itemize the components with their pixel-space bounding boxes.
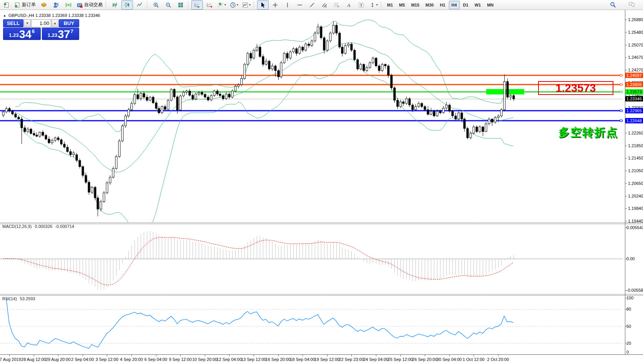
- new-order-button[interactable]: 新订单: [13, 0, 37, 10]
- toolbar-grip: [106, 2, 108, 8]
- timeframe-d1[interactable]: D1: [460, 1, 471, 9]
- sell-price-display[interactable]: 1.23 34 6: [3, 28, 41, 40]
- volume-increase-button[interactable]: ▲: [52, 19, 58, 27]
- candlestick-icon: [124, 2, 130, 8]
- toolbar-right-group: [606, 0, 643, 10]
- periods-button[interactable]: ▾: [228, 0, 240, 10]
- periods-clock-icon: [230, 2, 236, 8]
- svg-text:A: A: [347, 2, 351, 8]
- metaeditor-button[interactable]: [38, 0, 50, 10]
- zoom-out-icon: [165, 2, 171, 8]
- price-tick-label: 1.24270: [628, 68, 643, 72]
- rsi-scale-label: 50: [626, 324, 631, 329]
- auto-scroll-button[interactable]: [191, 0, 203, 10]
- chart-shift-button[interactable]: [204, 0, 215, 10]
- search-button[interactable]: [607, 0, 618, 10]
- new-chart-icon: [3, 2, 9, 8]
- rsi-value: 53.2593: [20, 296, 35, 301]
- tile-windows-button[interactable]: [175, 0, 186, 10]
- time-axis-label: 18 Sep 04:00: [290, 357, 315, 362]
- time-axis-label: 6 Sep 04:00: [145, 357, 167, 362]
- text-label-tool[interactable]: T: [356, 0, 367, 10]
- vertical-line-tool[interactable]: [282, 0, 293, 10]
- autotrading-button[interactable]: 自动交易: [75, 0, 104, 10]
- time-axis-label: 10 Sep 20:00: [192, 357, 217, 362]
- timeframe-h4[interactable]: H4: [449, 1, 460, 9]
- macd-signal-value: -0.000714: [55, 224, 74, 229]
- price-tick-label: 1.20650: [628, 181, 643, 186]
- timeframe-h1[interactable]: H1: [437, 1, 448, 9]
- timeframe-m5[interactable]: M5: [396, 1, 407, 9]
- sell-button[interactable]: SELL: [3, 19, 23, 27]
- macd-main-value: 0.000326: [35, 224, 52, 229]
- vertical-line-icon: [284, 2, 291, 8]
- bid-price-tag: 1.23346: [625, 96, 643, 101]
- chart-canvas[interactable]: [0, 10, 643, 364]
- indicators-icon: [218, 2, 224, 8]
- time-axis-label: 4 Sep 20:00: [120, 357, 143, 362]
- time-axis-label: 28 Aug 12:00: [21, 357, 46, 362]
- channel-tool[interactable]: E: [319, 0, 330, 10]
- indicators-button[interactable]: ▾: [216, 0, 228, 10]
- fibonacci-tool[interactable]: F: [331, 0, 342, 10]
- chat-button[interactable]: [626, 0, 637, 10]
- level-price-tag: 1.24097: [625, 73, 643, 78]
- dropdown-caret-icon: ▾: [376, 3, 378, 7]
- templates-button[interactable]: ▾: [241, 0, 252, 10]
- time-axis-label: 1 Oct 12:00: [463, 357, 485, 362]
- price-tick-label: 1.25480: [628, 30, 643, 35]
- time-axis-label: 27 Aug 2019: [0, 357, 21, 362]
- level-price-tag: 1.23573: [625, 89, 643, 95]
- timeframe-mn[interactable]: MN: [484, 1, 496, 9]
- price-tick-label: 1.21450: [628, 156, 643, 160]
- toolbar-grip: [254, 2, 256, 8]
- macd-label: MACD(12,26,9) 0.000326 -0.000714: [2, 224, 74, 229]
- time-axis-label: 30 Sep 04:00: [437, 357, 462, 362]
- toolbar-grip: [188, 2, 190, 8]
- line-chart-button[interactable]: [134, 0, 145, 10]
- horizontal-line-tool[interactable]: [294, 0, 306, 10]
- timeframe-m15[interactable]: M15: [409, 1, 422, 9]
- price-tick-label: 1.20240: [628, 194, 643, 198]
- trendline-icon: [309, 2, 315, 8]
- community-button[interactable]: [50, 0, 62, 10]
- arrows-tool[interactable]: ▾: [368, 0, 379, 10]
- dropdown-caret-icon: ▾: [224, 3, 226, 7]
- autotrading-label: 自动交易: [84, 2, 103, 8]
- cursor-button[interactable]: [257, 0, 269, 10]
- time-axis-label: 2 Oct 20:00: [487, 357, 509, 362]
- buy-button[interactable]: BUY: [59, 19, 79, 27]
- text-tool[interactable]: A: [343, 0, 355, 10]
- collapse-triangle-icon[interactable]: ▲: [3, 14, 6, 17]
- volume-decrease-button[interactable]: ▼: [24, 19, 31, 27]
- buy-price-display[interactable]: 1.23 37 7: [42, 28, 80, 40]
- svg-text:E: E: [325, 5, 327, 8]
- rsi-scale-label: 20: [626, 341, 631, 346]
- price-tick-label: 1.24670: [628, 55, 643, 60]
- sell-price-big: 34: [19, 29, 32, 39]
- zoom-out-button[interactable]: [163, 0, 174, 10]
- trendline-tool[interactable]: [306, 0, 318, 10]
- horizontal-line-icon: [297, 2, 303, 8]
- candlestick-button[interactable]: [121, 0, 133, 10]
- volume-input[interactable]: 1.00: [31, 19, 51, 27]
- zoom-in-button[interactable]: [150, 0, 162, 10]
- search-icon: [610, 2, 616, 8]
- main-toolbar: 新订单 自动交易 ▾ ▾: [0, 0, 643, 10]
- time-axis-label: 9 Sep 12:00: [169, 357, 191, 362]
- time-axis-label: 16 Sep 20:00: [266, 357, 291, 362]
- price-tick-label: 1.22260: [628, 131, 643, 135]
- rsi-label: RSI(14) 53.2593: [2, 296, 35, 301]
- crosshair-button[interactable]: [269, 0, 281, 10]
- new-chart-button[interactable]: [0, 0, 12, 10]
- symbol-title: ▲ GBPUSD-,H4 1.23338 1.23369 1.23338 1.2…: [3, 13, 100, 18]
- timeframe-m1[interactable]: M1: [384, 1, 395, 9]
- timeframe-w1[interactable]: W1: [472, 1, 484, 9]
- time-axis-label: 12 Sep 04:00: [217, 357, 242, 362]
- timeframe-m30[interactable]: M30: [423, 1, 436, 9]
- buy-price-big: 37: [58, 29, 70, 39]
- signals-button[interactable]: [63, 0, 74, 10]
- price-tick-label: 1.19840: [628, 206, 643, 211]
- bar-chart-button[interactable]: [109, 0, 121, 10]
- buy-price-base: 1.23: [48, 32, 57, 38]
